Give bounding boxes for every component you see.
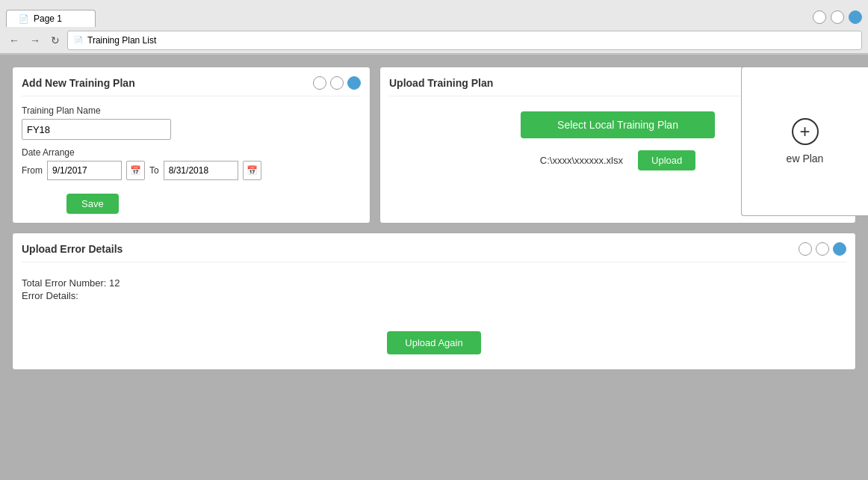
error-panel-controls [799,242,846,256]
win-maximize-btn[interactable] [831,10,844,24]
address-bar[interactable]: 📄 Training Plan List [67,31,862,50]
upload-plan-title: Upload Training Plan [389,77,493,89]
content-area: Add New Training Plan Training Plan Name… [0,55,868,480]
top-row: Add New Training Plan Training Plan Name… [12,67,856,224]
win-minimize-btn[interactable] [813,10,826,24]
back-button[interactable]: ← [6,33,22,48]
error-panel-title: Upload Error Details [22,243,123,255]
add-plan-controls [313,76,361,90]
forward-button[interactable]: → [27,33,43,48]
add-plan-header: Add New Training Plan [22,76,361,96]
plus-icon: + [792,118,819,145]
file-path-text: C:\xxxx\xxxxxx.xlsx [540,155,623,166]
add-plan-minimize-btn[interactable] [313,76,326,90]
nav-bar: ← → ↻ 📄 Training Plan List [0,27,868,54]
total-error-text: Total Error Number: 12 [22,277,846,289]
error-maximize-btn[interactable] [816,242,829,256]
new-plan-card[interactable]: + ew Plan [741,67,868,216]
add-plan-close-btn[interactable] [347,76,361,90]
error-content: Total Error Number: 12 Error Details: [22,271,846,309]
select-local-plan-button[interactable]: Select Local Training Plan [521,111,715,138]
date-arrange-row: From 📅 To 📅 [22,161,361,180]
address-icon: 📄 [74,36,83,44]
add-plan-panel: Add New Training Plan Training Plan Name… [12,67,371,224]
error-details-label: Error Details: [22,290,846,301]
browser-tab[interactable]: 📄 Page 1 [6,10,96,27]
to-label: To [149,165,159,176]
save-button[interactable]: Save [66,194,119,214]
upload-button[interactable]: Upload [638,150,695,170]
error-panel: Upload Error Details Total Error Number:… [12,233,856,370]
browser-chrome: 📄 Page 1 ← → ↻ 📄 Training Plan List [0,0,868,55]
tab-label: Page 1 [34,13,62,24]
new-plan-label: ew Plan [787,153,824,164]
error-panel-header: Upload Error Details [22,242,846,262]
window-controls [813,10,862,27]
upload-again-button[interactable]: Upload Again [387,331,480,354]
error-minimize-btn[interactable] [799,242,812,256]
from-date-input[interactable] [47,161,122,180]
add-plan-maximize-btn[interactable] [330,76,344,90]
address-text: Training Plan List [87,35,156,46]
from-calendar-btn[interactable]: 📅 [126,161,145,180]
from-label: From [22,165,43,176]
name-label: Training Plan Name [22,105,361,116]
tab-icon: 📄 [19,14,29,24]
to-date-input[interactable] [164,161,238,180]
add-plan-title: Add New Training Plan [22,77,135,89]
tab-bar: 📄 Page 1 [0,0,868,27]
name-input[interactable] [22,119,171,140]
name-field-group: Training Plan Name [22,105,361,140]
refresh-button[interactable]: ↻ [48,33,63,48]
win-close-btn[interactable] [849,10,862,24]
error-close-btn[interactable] [833,242,846,256]
date-arrange-group: Date Arrange From 📅 To 📅 [22,147,361,180]
date-arrange-label: Date Arrange [22,147,361,158]
to-calendar-btn[interactable]: 📅 [243,161,261,180]
